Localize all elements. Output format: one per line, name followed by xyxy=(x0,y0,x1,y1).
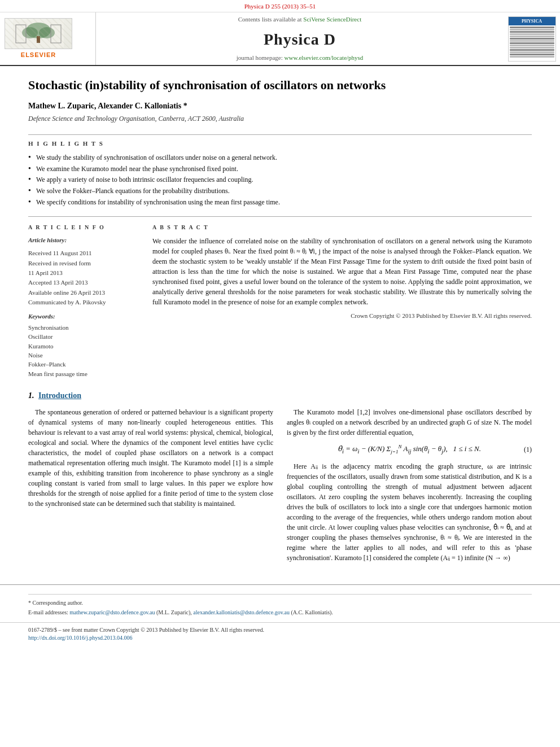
sciencedirect-link[interactable]: SciVerse ScienceDirect xyxy=(303,16,361,23)
keyword-item: Mean first passage time xyxy=(28,370,141,378)
article-content: Stochastic (in)stability of synchronisat… xyxy=(0,66,560,579)
footer-links: http://dx.doi.org/10.1016/j.physd.2013.0… xyxy=(28,634,532,642)
body-col-right: The Kuramoto model [1,2] involves one-di… xyxy=(287,407,532,567)
history-entry: Received 11 August 2011 xyxy=(28,249,141,257)
body-two-col: The spontaneous generation of ordered or… xyxy=(28,407,532,567)
svg-rect-5 xyxy=(16,25,26,43)
footnote-star: * Corresponding author. xyxy=(28,599,532,607)
section1-number: 1. xyxy=(28,391,34,400)
history-entry: Communicated by A. Pikovsky xyxy=(28,298,141,307)
article-info-label: A R T I C L E I N F O xyxy=(28,224,141,231)
abstract-text: We consider the influence of correlated … xyxy=(152,236,532,307)
intro-paragraph-2: The Kuramoto model [1,2] involves one-di… xyxy=(287,407,532,438)
physica-cover-image: PHYSICA xyxy=(508,16,556,62)
footer-issn: 0167-2789/$ – see front matter Crown Cop… xyxy=(28,626,532,634)
svg-point-1 xyxy=(26,23,51,38)
footnote-email: E-mail addresses: mathew.zuparic@dsto.de… xyxy=(28,609,532,617)
journal-homepage: journal homepage: www.elsevier.com/locat… xyxy=(237,54,364,62)
article-history-label: Article history: xyxy=(28,236,141,244)
equation-number: (1) xyxy=(524,444,532,455)
abstract-label: A B S T R A C T xyxy=(152,224,532,231)
highlights-label: H I G H L I G H T S xyxy=(28,134,532,148)
article-footer: * Corresponding author. E-mail addresses… xyxy=(0,584,560,622)
highlights-list: We study the stability of synchronisatio… xyxy=(28,153,532,207)
journal-header: ELSEVIER Contents lists available at Sci… xyxy=(0,12,560,66)
svg-point-2 xyxy=(22,27,38,38)
abstract-col: A B S T R A C T We consider the influenc… xyxy=(152,224,532,379)
highlight-item: We specify conditions for instability of… xyxy=(28,198,532,207)
keyword-item: Synchronisation xyxy=(28,324,141,332)
email-link-2[interactable]: alexander.kalloniatis@dsto.defence.gov.a… xyxy=(193,609,290,615)
equation-content: θ̇i = ωi − (K/N) Σj=1N Aij sin(θi − θj),… xyxy=(338,443,481,456)
keyword-item: Kuramoto xyxy=(28,342,141,351)
footer-divider xyxy=(28,594,532,595)
right-paragraph-2: Here Aᵢⱼ is the adjacency matrix encodin… xyxy=(287,461,532,563)
highlight-item: We apply a variety of noise to both intr… xyxy=(28,175,532,185)
keywords-list: Synchronisation Oscillator Kuramoto Nois… xyxy=(28,324,141,378)
article-info-col: A R T I C L E I N F O Article history: R… xyxy=(28,224,141,379)
article-info-abstract: A R T I C L E I N F O Article history: R… xyxy=(28,216,532,379)
svg-point-3 xyxy=(39,27,55,38)
journal-cover: PHYSICA xyxy=(504,12,560,65)
history-entries: Received 11 August 2011 Received in revi… xyxy=(28,249,141,307)
svg-rect-6 xyxy=(51,25,61,43)
journal-top-bar: Physica D 255 (2013) 35–51 xyxy=(0,0,560,12)
intro-paragraph-1: The spontaneous generation of ordered or… xyxy=(28,407,273,509)
history-entry: 11 April 2013 xyxy=(28,269,141,277)
journal-homepage-link[interactable]: www.elsevier.com/locate/physd xyxy=(285,54,364,61)
author-affiliation: Defence Science and Technology Organisat… xyxy=(28,114,532,124)
elsevier-branding: ELSEVIER xyxy=(0,12,96,65)
history-entry: Accepted 13 April 2013 xyxy=(28,278,141,287)
journal-header-center: Contents lists available at SciVerse Sci… xyxy=(96,12,504,65)
svg-rect-0 xyxy=(13,20,64,47)
history-entry: Received in revised form xyxy=(28,259,141,268)
body-col-left: The spontaneous generation of ordered or… xyxy=(28,407,273,567)
doi-link[interactable]: http://dx.doi.org/10.1016/j.physd.2013.0… xyxy=(28,634,133,642)
article-title: Stochastic (in)stability of synchronisat… xyxy=(28,77,532,94)
physica-cover-title: PHYSICA xyxy=(509,17,555,25)
equation-block: θ̇i = ωi − (K/N) Σj=1N Aij sin(θi − θj),… xyxy=(287,443,532,456)
section1-title: Introduction xyxy=(38,391,81,400)
keyword-item: Noise xyxy=(28,351,141,360)
highlight-item: We examine the Kuramoto model near the p… xyxy=(28,164,532,174)
physica-cover-body xyxy=(509,25,555,61)
elsevier-logo: ELSEVIER xyxy=(5,18,72,59)
keywords-label: Keywords: xyxy=(28,312,141,321)
email2-name: (A.C. Kalloniatis). xyxy=(291,609,333,615)
email-link-1[interactable]: mathew.zuparic@dsto.defence.gov.au xyxy=(69,609,155,615)
keyword-item: Oscillator xyxy=(28,333,141,341)
page-footer: 0167-2789/$ – see front matter Crown Cop… xyxy=(0,622,560,645)
footnote-email-label: E-mail addresses: xyxy=(28,609,68,615)
elsevier-logo-image xyxy=(5,18,72,49)
email1-name: (M.L. Zuparic), xyxy=(156,609,192,615)
journal-name: Physica D xyxy=(264,28,336,50)
elsevier-text: ELSEVIER xyxy=(21,51,56,59)
svg-rect-4 xyxy=(37,36,40,43)
journal-citation: Physica D 255 (2013) 35–51 xyxy=(244,3,316,10)
keyword-item: Fokker–Planck xyxy=(28,360,141,369)
highlight-item: We study the stability of synchronisatio… xyxy=(28,153,532,163)
history-entry: Available online 26 April 2013 xyxy=(28,289,141,297)
highlight-item: We solve the Fokker–Planck equations for… xyxy=(28,186,532,196)
copyright-line: Crown Copyright © 2013 Published by Else… xyxy=(152,312,532,320)
contents-line: Contents lists available at SciVerse Sci… xyxy=(238,15,361,24)
section1-heading: 1. Introduction xyxy=(28,390,532,401)
article-authors: Mathew L. Zuparic, Alexander C. Kallonia… xyxy=(28,101,532,112)
